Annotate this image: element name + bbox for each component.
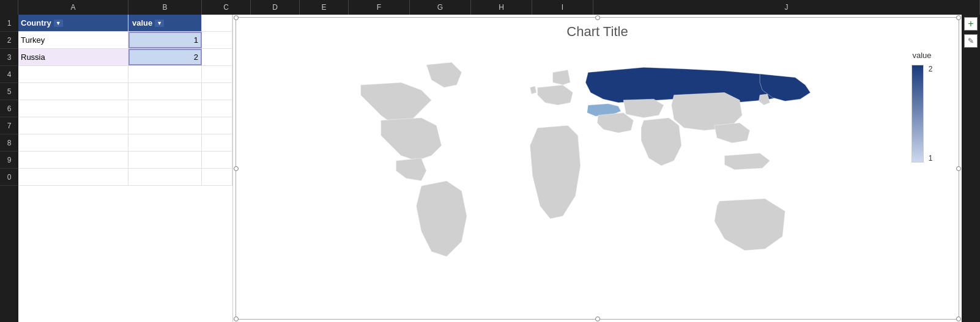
col-header-j[interactable]: J (593, 0, 980, 15)
row-num-8[interactable]: 8 (0, 134, 18, 152)
col-header-e[interactable]: E (300, 0, 349, 15)
add-chart-element-button[interactable]: + (964, 17, 978, 31)
chart-body: value 2 1 (242, 45, 952, 297)
corner-cell (0, 0, 18, 15)
cell-russia-name[interactable]: Russia (18, 49, 128, 65)
cell-turkey-value[interactable]: 1 (128, 32, 202, 48)
col-header-a[interactable]: A (18, 0, 128, 15)
header-cell-value[interactable]: value ▼ (128, 15, 202, 31)
cell-turkey-name[interactable]: Turkey (18, 32, 128, 48)
row-num-7[interactable]: 7 (0, 117, 18, 134)
row-num-9[interactable]: 9 (0, 152, 18, 169)
scandinavia-path (552, 70, 570, 85)
cell-c2[interactable] (202, 32, 232, 48)
handle-tl[interactable] (234, 15, 239, 20)
handle-bl[interactable] (234, 317, 239, 321)
header-cell-country[interactable]: Country ▼ (18, 15, 128, 31)
cell-russia-value[interactable]: 2 (128, 49, 202, 65)
column-header-bar: A B C D E F G H I J (0, 0, 980, 15)
row-numbers: 1 2 3 4 5 6 7 8 9 0 (0, 15, 18, 322)
col-header-f[interactable]: F (349, 0, 410, 15)
header-cell-c[interactable] (202, 15, 232, 31)
africa-path (530, 125, 581, 219)
handle-tc[interactable] (595, 15, 600, 20)
empty-row-10 (18, 169, 232, 186)
usa-path (381, 118, 442, 161)
empty-row-5 (18, 83, 232, 100)
spreadsheet-area: Country ▼ value ▼ Turkey 1 (18, 15, 233, 322)
handle-mr[interactable] (956, 166, 961, 171)
empty-row-7 (18, 117, 232, 134)
col-header-b[interactable]: B (128, 0, 202, 15)
chart-styles-button[interactable]: ✎ (964, 34, 978, 48)
south-america-path (416, 181, 467, 257)
row-num-4[interactable]: 4 (0, 66, 18, 83)
world-map-svg (242, 45, 904, 297)
russia-label: Russia (21, 53, 45, 62)
handle-br[interactable] (956, 317, 961, 321)
row-num-3[interactable]: 3 (0, 49, 18, 66)
col-header-c[interactable]: C (202, 0, 251, 15)
handle-tr[interactable] (956, 15, 961, 20)
data-row-turkey: Turkey 1 (18, 32, 232, 49)
col-header-d[interactable]: D (251, 0, 300, 15)
indonesia-path (724, 153, 770, 170)
sea-path (715, 123, 750, 143)
greenland-path (426, 62, 462, 87)
turkey-label: Turkey (21, 35, 45, 45)
legend-title: value (912, 51, 931, 60)
chart-title: Chart Title (242, 24, 952, 40)
empty-row-6 (18, 100, 232, 117)
legend-min-label: 1 (929, 154, 933, 163)
europe-path (538, 85, 573, 105)
cell-c3[interactable] (202, 49, 232, 65)
map-container (242, 45, 904, 297)
right-toolbar: + ✎ (962, 15, 980, 322)
header-value-label: value (132, 18, 152, 27)
middle-east-path (597, 113, 633, 133)
legend-max-label: 2 (929, 65, 933, 73)
chart-area[interactable]: Chart Title (236, 17, 959, 320)
header-country-label: Country (21, 18, 51, 27)
empty-row-4 (18, 66, 232, 83)
row-num-6[interactable]: 6 (0, 100, 18, 117)
row-num-2[interactable]: 2 (0, 32, 18, 49)
row-num-0[interactable]: 0 (0, 169, 18, 186)
empty-row-9 (18, 152, 232, 169)
mexico-path (396, 158, 426, 181)
col-header-g[interactable]: G (410, 0, 471, 15)
row-num-5[interactable]: 5 (0, 83, 18, 100)
value-dropdown-arrow[interactable]: ▼ (155, 20, 164, 27)
uk-path (530, 86, 536, 94)
data-row-russia: Russia 2 (18, 49, 232, 66)
russia-value: 2 (194, 53, 198, 62)
australia-path (715, 199, 785, 251)
empty-row-8 (18, 134, 232, 152)
legend-gradient-bar (911, 65, 924, 163)
turkey-value: 1 (194, 35, 198, 45)
header-row: Country ▼ value ▼ (18, 15, 232, 32)
handle-bc[interactable] (595, 317, 600, 321)
col-header-i[interactable]: I (532, 0, 593, 15)
central-asia-path (623, 99, 664, 118)
legend-labels: 2 1 (929, 65, 933, 163)
india-path (641, 118, 681, 166)
row-num-1[interactable]: 1 (0, 15, 18, 32)
country-dropdown-arrow[interactable]: ▼ (54, 20, 63, 27)
chart-legend: value 2 1 (904, 45, 952, 297)
col-header-h[interactable]: H (471, 0, 532, 15)
handle-ml[interactable] (234, 166, 239, 171)
